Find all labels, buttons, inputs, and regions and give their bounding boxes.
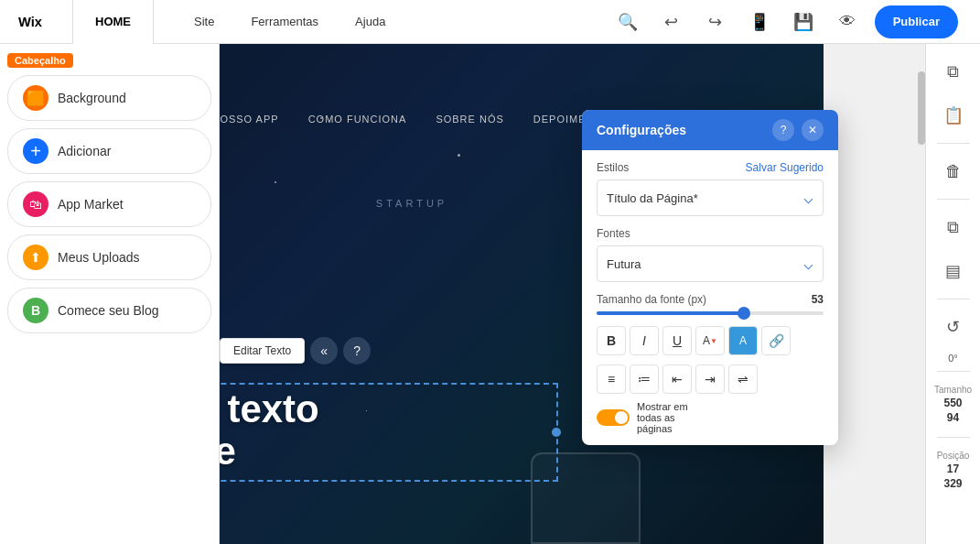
topbar: Wix HOME Site Ferramentas Ajuda 🔍 ↩ ↪ 📱 … bbox=[0, 0, 980, 44]
copy-icon[interactable]: ⧉ bbox=[933, 51, 974, 92]
blog-label: Comece seu Blog bbox=[58, 303, 159, 318]
posicao-y: 329 bbox=[943, 477, 962, 490]
app-market-label: App Market bbox=[58, 197, 124, 212]
zoom-icon[interactable]: 🔍 bbox=[611, 5, 644, 38]
font-size-slider-row: Tamanho da fonte (px) 53 bbox=[597, 293, 824, 315]
titulo-pagina-value: Título da Página* bbox=[607, 191, 698, 205]
config-body: Estilos Salvar Sugerido Título da Página… bbox=[582, 150, 838, 445]
editar-texto-button[interactable]: Editar Texto bbox=[220, 338, 305, 364]
duplicate-icon[interactable]: ⧉ bbox=[933, 207, 974, 247]
divider bbox=[937, 437, 970, 438]
svg-text:Wix: Wix bbox=[18, 15, 43, 29]
slider-label-row: Tamanho da fonte (px) 53 bbox=[597, 293, 824, 306]
list-button[interactable]: ≔ bbox=[630, 364, 659, 394]
star-deco bbox=[458, 154, 460, 157]
meus-uploads-label: Meus Uploads bbox=[58, 250, 140, 265]
menu-site[interactable]: Site bbox=[176, 0, 232, 44]
italic-button[interactable]: I bbox=[630, 326, 659, 355]
sidebar-item-blog[interactable]: B Comece seu Blog bbox=[7, 288, 211, 333]
bold-button[interactable]: B bbox=[597, 326, 626, 355]
background-icon: 🟧 bbox=[23, 85, 48, 111]
slider-fill bbox=[597, 311, 744, 315]
sidebar-item-adicionar[interactable]: + Adicionar bbox=[7, 128, 211, 174]
save-icon[interactable]: 💾 bbox=[787, 5, 820, 38]
wix-logo: Wix bbox=[0, 0, 73, 44]
app-market-icon: 🛍 bbox=[23, 191, 48, 217]
indent-left-button[interactable]: ⇤ bbox=[662, 364, 692, 394]
fontes-label: Fontes bbox=[597, 227, 630, 240]
star-deco bbox=[275, 181, 276, 183]
estilos-label: Estilos bbox=[597, 161, 629, 174]
home-tab-label: HOME bbox=[95, 15, 131, 28]
divider bbox=[937, 199, 970, 200]
fonte-dropdown[interactable]: Futura ⌵ bbox=[597, 245, 824, 282]
help-button[interactable]: ? bbox=[343, 337, 371, 364]
nav-sobre-nos: SOBRE NÓS bbox=[436, 114, 503, 125]
sidebar-item-meus-uploads[interactable]: ⬆ Meus Uploads bbox=[7, 234, 211, 280]
sidebar-item-background[interactable]: 🟧 Background bbox=[7, 75, 211, 121]
add-icon: + bbox=[23, 138, 48, 164]
divider bbox=[937, 299, 970, 299]
highlight-button[interactable]: A bbox=[728, 326, 758, 355]
tamanho-value: 550 bbox=[943, 397, 962, 409]
size-secondary: 94 bbox=[947, 411, 959, 424]
underline-button[interactable]: U bbox=[662, 326, 692, 355]
home-tab[interactable]: HOME bbox=[73, 0, 154, 44]
mostrar-toggle-section: Mostrar emtodas aspáginas bbox=[597, 401, 824, 434]
layers-icon[interactable]: ▤ bbox=[933, 251, 974, 291]
fonte-dropdown-arrow-icon: ⌵ bbox=[803, 254, 813, 274]
slider-thumb[interactable] bbox=[738, 307, 750, 320]
tamanho-fonte-value: 53 bbox=[812, 293, 824, 306]
redo-icon[interactable]: ↪ bbox=[699, 5, 732, 38]
config-title: Configurações bbox=[597, 123, 686, 137]
indent-right-button[interactable]: ⇥ bbox=[695, 364, 725, 394]
preview-icon[interactable]: 👁 bbox=[831, 5, 864, 38]
mobile-icon[interactable]: 📱 bbox=[743, 5, 776, 38]
degree-label: 0° bbox=[948, 353, 958, 364]
back-arrow-button[interactable]: « bbox=[310, 337, 338, 364]
mostrar-toggle[interactable] bbox=[597, 409, 630, 426]
sidebar-item-app-market[interactable]: 🛍 App Market bbox=[7, 181, 211, 227]
blog-icon: B bbox=[23, 298, 48, 323]
tamanho-label: Tamanho bbox=[934, 385, 972, 395]
slider-track[interactable] bbox=[597, 311, 824, 315]
nav-como-funciona: COMO FUNCIONA bbox=[308, 114, 407, 125]
posicao-label: Posição bbox=[937, 451, 970, 461]
undo-icon[interactable]: ↩ bbox=[655, 5, 688, 38]
right-panel: ⧉ 📋 🗑 ⧉ ▤ ↺ 0° Tamanho 550 94 Posição 17… bbox=[925, 44, 980, 544]
titulo-pagina-dropdown[interactable]: Título da Página* ⌵ bbox=[597, 180, 824, 216]
align-left-button[interactable]: ≡ bbox=[597, 364, 626, 394]
left-panel: Cabeçalho 🟧 Background + Adicionar 🛍 App… bbox=[0, 44, 220, 544]
config-header-icons: ? ✕ bbox=[772, 119, 824, 141]
posicao-x: 17 bbox=[947, 462, 959, 475]
publish-button[interactable]: Publicar bbox=[875, 5, 958, 38]
align-buttons-row: ≡ ≔ ⇤ ⇥ ⇌ bbox=[597, 364, 824, 394]
link-button[interactable]: 🔗 bbox=[761, 326, 791, 355]
menu-ferramentas[interactable]: Ferramentas bbox=[232, 0, 337, 44]
cabecalho-badge: Cabeçalho bbox=[7, 53, 73, 68]
config-help-icon[interactable]: ? bbox=[772, 119, 794, 141]
paste-icon[interactable]: 📋 bbox=[933, 95, 974, 136]
background-label: Background bbox=[58, 91, 126, 105]
config-close-icon[interactable]: ✕ bbox=[802, 119, 824, 141]
delete-icon[interactable]: 🗑 bbox=[933, 151, 974, 191]
resize-handle[interactable] bbox=[552, 428, 561, 437]
toggle-knob bbox=[615, 411, 628, 424]
nav-nosso-app: NOSSO APP bbox=[211, 114, 278, 125]
topbar-menu: Site Ferramentas Ajuda bbox=[154, 0, 611, 44]
estilos-row: Estilos Salvar Sugerido bbox=[597, 161, 824, 174]
tamanho-fonte-label: Tamanho da fonte (px) bbox=[597, 293, 706, 306]
topbar-icons: 🔍 ↩ ↪ 📱 💾 👁 Publicar bbox=[611, 5, 980, 38]
menu-ajuda[interactable]: Ajuda bbox=[337, 0, 404, 44]
scrollbar-track[interactable] bbox=[918, 44, 925, 544]
rotate-icon[interactable]: ↺ bbox=[933, 307, 974, 347]
posicao-section: Posição 17 329 bbox=[937, 445, 970, 495]
font-color-button[interactable]: A▼ bbox=[695, 326, 725, 355]
text-direction-button[interactable]: ⇌ bbox=[728, 364, 758, 394]
fontes-row: Fontes bbox=[597, 227, 824, 240]
startup-text: STARTUP bbox=[376, 198, 447, 209]
scrollbar-thumb[interactable] bbox=[918, 71, 925, 145]
salvar-sugerido-link[interactable]: Salvar Sugerido bbox=[746, 161, 824, 174]
fonte-value: Futura bbox=[607, 257, 641, 271]
divider bbox=[937, 143, 970, 144]
